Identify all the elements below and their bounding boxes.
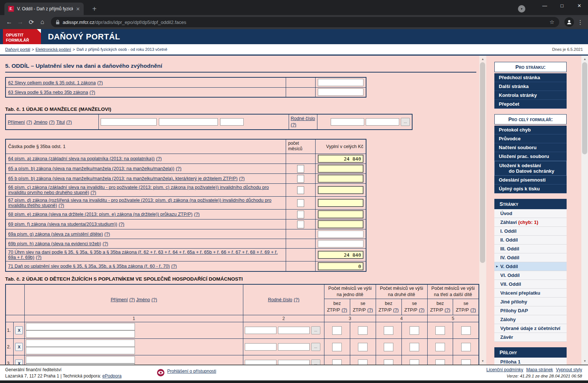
form-scroll-thumb[interactable] bbox=[480, 62, 485, 263]
browser-tab[interactable]: F. V. Oddíl - Daň z příjmů fyzických ✕ bbox=[4, 3, 84, 15]
children-name-link[interactable]: Jméno bbox=[136, 297, 150, 302]
child-lastname-input[interactable] bbox=[26, 356, 135, 363]
pages-item[interactable]: I. Oddíl bbox=[494, 227, 567, 236]
bookmark-star-icon[interactable]: ☆ bbox=[550, 19, 554, 25]
menu-kebab-icon[interactable]: ⋮ bbox=[576, 19, 584, 26]
months-input[interactable] bbox=[297, 199, 304, 207]
delete-row-button[interactable]: X bbox=[15, 326, 23, 334]
close-window-button[interactable]: ✕ bbox=[571, 0, 588, 11]
child-rc-part1-input[interactable] bbox=[245, 327, 276, 334]
row-label-link[interactable]: 69a písm. g) zákona (sleva za umístění d… bbox=[8, 232, 103, 237]
child-months-input[interactable] bbox=[435, 343, 445, 351]
row-label-link[interactable]: 70 Úhrn slev na dani podle § 35, § 35a, … bbox=[8, 250, 278, 260]
help-link[interactable]: (?) bbox=[291, 122, 296, 127]
value-input[interactable] bbox=[318, 165, 363, 173]
page-actions-item[interactable]: Kontrola stránky bbox=[494, 91, 567, 100]
child-firstname-input[interactable] bbox=[26, 347, 135, 354]
value-input[interactable] bbox=[318, 199, 363, 207]
pages-item[interactable]: Úvod bbox=[494, 209, 567, 218]
accessibility-link[interactable]: Prohlášení o přístupnosti bbox=[167, 369, 216, 374]
pages-item[interactable]: Záhlaví(chyb: 1) bbox=[494, 218, 567, 227]
child-months-input[interactable] bbox=[358, 359, 368, 365]
months-input[interactable] bbox=[297, 186, 304, 194]
help-link[interactable]: (?) bbox=[194, 212, 199, 217]
spouse-rc-picker-button[interactable]: ... bbox=[401, 118, 410, 126]
child-rc-part2-input[interactable] bbox=[278, 343, 310, 351]
months-input[interactable] bbox=[297, 165, 304, 173]
help-link[interactable]: (?) bbox=[102, 241, 108, 246]
pages-item[interactable]: Jiné přílohy bbox=[494, 298, 567, 306]
children-name-link[interactable]: Příjmení bbox=[111, 297, 128, 302]
pages-item[interactable]: Závěr bbox=[494, 333, 567, 342]
form-actions-item[interactable]: Protokol chyb bbox=[494, 126, 567, 134]
help-link[interactable]: (?) bbox=[367, 308, 373, 313]
form-actions-item[interactable]: Načtení souboru bbox=[494, 143, 567, 152]
row-62-value-input[interactable] bbox=[318, 79, 363, 86]
delete-row-button[interactable]: X bbox=[15, 359, 23, 365]
months-input[interactable] bbox=[297, 211, 304, 218]
child-rc-part1-input[interactable] bbox=[245, 343, 276, 351]
help-link[interactable]: (?) bbox=[66, 120, 72, 125]
page-actions-item[interactable]: Další stránka bbox=[494, 82, 567, 91]
value-input[interactable] bbox=[318, 251, 363, 259]
child-lastname-input[interactable] bbox=[26, 323, 135, 330]
child-lastname-input[interactable] bbox=[26, 340, 135, 347]
help-link[interactable]: (?) bbox=[470, 308, 476, 313]
spouse-rc-part1-input[interactable] bbox=[331, 118, 364, 126]
child-months-input[interactable] bbox=[410, 343, 419, 351]
page-scrollbar[interactable]: ▲ ▼ bbox=[581, 56, 588, 365]
child-months-input[interactable] bbox=[410, 359, 419, 365]
help-link[interactable]: (?) bbox=[59, 203, 64, 208]
child-months-input[interactable] bbox=[461, 343, 471, 351]
form-actions-item[interactable]: Odeslání písemnosti bbox=[494, 176, 567, 185]
spouse-title-input[interactable] bbox=[220, 118, 244, 126]
child-months-input[interactable] bbox=[461, 359, 471, 365]
months-input[interactable] bbox=[297, 175, 304, 183]
child-months-input[interactable] bbox=[435, 326, 445, 335]
tab-close-icon[interactable]: ✕ bbox=[76, 6, 80, 12]
help-link[interactable]: (?) bbox=[90, 90, 95, 95]
row-label-link[interactable]: 65 b písm. b) zákona (sleva na manželku/… bbox=[8, 176, 238, 181]
help-link[interactable]: (?) bbox=[49, 120, 55, 125]
scroll-down-icon[interactable]: ▼ bbox=[479, 358, 486, 364]
spouse-rodne-cislo-link[interactable]: Rodné číslo bbox=[291, 116, 315, 121]
pages-item[interactable]: II. Oddíl bbox=[494, 236, 567, 245]
months-input[interactable] bbox=[297, 221, 304, 228]
scroll-up-icon[interactable]: ▲ bbox=[479, 56, 486, 62]
help-link[interactable]: (?) bbox=[393, 308, 399, 313]
value-input[interactable] bbox=[318, 155, 363, 163]
value-input[interactable] bbox=[318, 175, 363, 183]
form-actions-item[interactable]: Uložení k odeslánído Datové schránky bbox=[494, 161, 567, 176]
help-link[interactable]: (?) bbox=[104, 232, 110, 237]
child-rc-picker-button[interactable]: ... bbox=[311, 359, 320, 365]
pages-item[interactable]: IV. Oddíl bbox=[494, 253, 567, 262]
page-scroll-thumb[interactable] bbox=[582, 62, 587, 154]
child-rc-part2-input[interactable] bbox=[278, 327, 310, 334]
back-icon[interactable]: ← bbox=[4, 17, 15, 27]
spouse-field-link[interactable]: Příjmení bbox=[8, 120, 25, 125]
row-label-link[interactable]: 69b písm. h) zákona (sleva na evidenci t… bbox=[8, 241, 101, 246]
row-label-link[interactable]: 65 a písm. b) zákona (sleva na manželku/… bbox=[8, 166, 174, 171]
scroll-down-icon[interactable]: ▼ bbox=[581, 358, 588, 364]
children-rodne-link[interactable]: Rodné číslo bbox=[268, 297, 292, 302]
value-input[interactable] bbox=[318, 220, 363, 228]
help-link[interactable]: (?) bbox=[171, 264, 177, 269]
footer-link[interactable]: Vypnout styly bbox=[556, 367, 582, 372]
help-link[interactable]: (?) bbox=[119, 222, 124, 227]
child-firstname-input[interactable] bbox=[26, 330, 135, 338]
child-months-input[interactable] bbox=[358, 326, 368, 335]
value-input[interactable] bbox=[318, 231, 363, 238]
row-label-link[interactable]: 63 Sleva podle § 35a nebo 35b zákona bbox=[8, 90, 88, 95]
spouse-rc-part2-input[interactable] bbox=[366, 118, 399, 126]
child-months-input[interactable] bbox=[332, 343, 342, 351]
footer-support-link[interactable]: ePodpora bbox=[102, 373, 122, 379]
page-actions-item[interactable]: Předchozí stránka bbox=[494, 73, 567, 82]
value-input[interactable] bbox=[318, 186, 363, 194]
row-label-link[interactable]: 71 Daň po uplatnění slev podle § 35, § 3… bbox=[8, 264, 170, 269]
spouse-firstname-input[interactable] bbox=[159, 118, 218, 126]
help-link[interactable]: (?) bbox=[27, 120, 32, 125]
breadcrumb-link[interactable]: Elektronická podání bbox=[35, 47, 71, 52]
scroll-up-icon[interactable]: ▲ bbox=[581, 56, 588, 62]
attachments-item[interactable]: Příloha 1 bbox=[494, 358, 567, 365]
value-input[interactable] bbox=[318, 240, 363, 247]
